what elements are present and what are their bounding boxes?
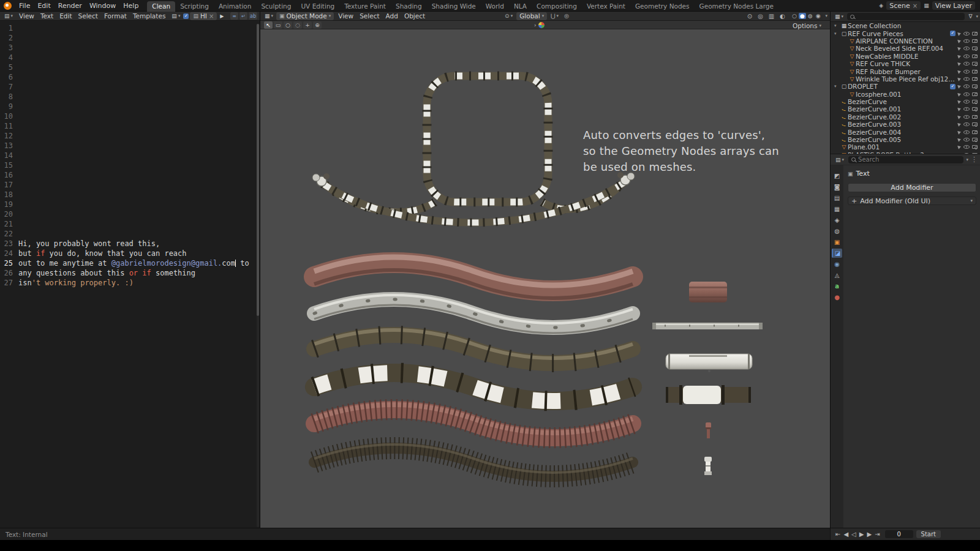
workspace-tab-clean[interactable]: Clean (147, 1, 175, 12)
code-line-14[interactable]: 14 (0, 151, 256, 160)
code-line-13[interactable]: 13 (0, 141, 256, 151)
outliner-row-beziercurve-001[interactable]: BezierCurve.001 (831, 105, 980, 113)
outliner-row-scene-collection[interactable]: ▾▦Scene Collection (831, 22, 980, 29)
workspace-tab-nla[interactable]: NLA (509, 1, 532, 12)
code-line-27[interactable]: 27isn't working properly. :) (0, 278, 256, 288)
jump-to-end-button[interactable]: ⇥ (873, 531, 881, 538)
transform-pivot-icon[interactable]: ⊙▾ (503, 12, 514, 20)
hide-viewport-icon[interactable] (963, 92, 970, 96)
outliner-row-wrinkle-tube-piece-ref-obj123-00[interactable]: ▽Wrinkle Tube Piece Ref obj123.00 (831, 75, 980, 83)
hide-viewport-icon[interactable] (963, 100, 970, 103)
scene-selector[interactable]: Scene × (886, 1, 921, 10)
hide-viewport-icon[interactable] (963, 54, 970, 58)
scene-browse-icon[interactable]: ◈ (879, 2, 883, 9)
hide-viewport-icon[interactable] (963, 70, 970, 73)
outliner-search[interactable] (847, 13, 965, 20)
view-layer-browse-icon[interactable]: ▦ (924, 2, 929, 9)
code-line-19[interactable]: 19 (0, 200, 256, 209)
piece-metal-rail[interactable] (652, 323, 763, 329)
properties-search-input[interactable] (858, 156, 960, 163)
disable-render-icon[interactable] (972, 54, 978, 58)
snap-magnet-icon[interactable]: ⋃▾ (549, 12, 560, 20)
properties-tab-scene[interactable]: ◈ (832, 216, 842, 225)
code-line-18[interactable]: 18 (0, 190, 256, 200)
cursor-tool-icon[interactable]: + (303, 21, 312, 29)
properties-options-icon[interactable]: ▾ (966, 157, 968, 162)
selectable-icon[interactable] (957, 114, 962, 119)
hide-viewport-icon[interactable] (963, 84, 970, 88)
editor-type-button[interactable]: ▤▾ (834, 156, 846, 163)
workspace-tab-texture-paint[interactable]: Texture Paint (339, 1, 391, 12)
menu-window[interactable]: Window (86, 2, 119, 10)
frame-start-field[interactable]: Start (916, 530, 941, 538)
disable-render-icon[interactable] (972, 77, 978, 81)
piece-segmented-tube[interactable] (666, 385, 751, 405)
solid-shading-icon[interactable]: ● (799, 13, 806, 19)
material-preview-shading-icon[interactable]: ◍ (807, 13, 814, 19)
selectable-icon[interactable] (957, 77, 962, 81)
cable-white-segmented[interactable] (314, 373, 633, 401)
selectable-icon[interactable] (957, 137, 962, 141)
expand-icon[interactable]: ▾ (834, 31, 840, 36)
selectable-icon[interactable] (957, 92, 962, 96)
hide-viewport-icon[interactable] (963, 39, 970, 43)
outliner-row-icosphere-001[interactable]: ▽Icosphere.001 (831, 91, 980, 98)
xray-toggle-icon[interactable]: ◐ (778, 12, 787, 20)
viewport-3d[interactable]: ▦▾ ▣ Object Mode ▾ ViewSelectAddObject ⊙… (260, 12, 830, 528)
code-area[interactable]: 1234567891011121314151617181920212223Hi,… (0, 23, 256, 528)
outliner-row-newcables-middle[interactable]: ▽NewCables MIDDLE (831, 53, 980, 60)
scene-unlink-icon[interactable]: × (913, 2, 918, 9)
header-more-icon[interactable]: ▾ (825, 13, 827, 18)
workspace-tab-shading-wide[interactable]: Shading Wide (427, 1, 481, 12)
workspace-tab-vertex-paint[interactable]: Vertex Paint (582, 1, 630, 12)
workspace-tab-animation[interactable]: Animation (214, 1, 257, 12)
play-forward-button[interactable]: ▶ (858, 531, 865, 538)
selectable-icon[interactable] (957, 39, 962, 43)
jump-to-prev-keyframe-button[interactable]: ◀ (842, 531, 850, 538)
select-circle-tool-icon[interactable]: ○ (284, 21, 292, 29)
collection-checkbox[interactable]: ✓ (950, 31, 956, 36)
text-menu-edit[interactable]: Edit (56, 12, 75, 20)
code-line-26[interactable]: 26any questions about this or if somethi… (0, 268, 256, 278)
hide-viewport-icon[interactable] (963, 115, 970, 119)
properties-tab-constraints[interactable]: ◬ (832, 271, 842, 280)
text-datablock-field[interactable]: ▤ HI × (190, 12, 217, 20)
outliner-row-beziercurve-005[interactable]: BezierCurve.005 (831, 136, 980, 143)
code-line-4[interactable]: 4 (0, 53, 256, 62)
orientation-select[interactable]: Global ▾ (516, 12, 547, 20)
code-line-25[interactable]: 25out to me anytime at @gabrielmorodesig… (0, 258, 256, 268)
disable-render-icon[interactable] (972, 130, 978, 134)
disable-render-icon[interactable] (972, 32, 978, 36)
outliner-row-ref-rubber-bumper[interactable]: ▽REF Rubber Bumper (831, 67, 980, 75)
code-line-11[interactable]: 11 (0, 121, 256, 131)
blender-logo-icon[interactable] (4, 2, 12, 10)
proportional-edit-icon[interactable]: ◎ (562, 12, 571, 20)
line-numbers-toggle-icon[interactable]: ≡ (230, 12, 238, 20)
editor-type-button[interactable]: ▤▾ (2, 12, 15, 20)
outliner-row-beziercurve[interactable]: BezierCurve (831, 98, 980, 105)
workspace-tab-geometry-nodes[interactable]: Geometry Nodes (630, 1, 695, 12)
header-expand-widget[interactable]: › (534, 22, 545, 28)
select-box-tool-icon[interactable]: ▭ (274, 21, 282, 29)
outliner-search-input[interactable] (857, 13, 962, 20)
hide-viewport-icon[interactable] (963, 47, 970, 50)
code-line-22[interactable]: 22 (0, 229, 256, 239)
hide-viewport-icon[interactable] (963, 107, 970, 111)
hide-viewport-icon[interactable] (963, 32, 970, 36)
expand-icon[interactable]: ▾ (834, 84, 840, 89)
selectable-icon[interactable] (957, 47, 962, 51)
piece-small-brown[interactable] (706, 422, 711, 438)
add-modifier-old-button[interactable]: + Add Modifier (Old UI) ▾ (848, 197, 976, 205)
viewport-menu-view[interactable]: View (335, 12, 356, 20)
selectable-icon[interactable] (957, 107, 962, 111)
outliner-row-plane-001[interactable]: ▽Plane.001 (831, 143, 980, 151)
workspace-tab-uv-editing[interactable]: UV Editing (296, 1, 339, 12)
text-menu-text[interactable]: Text (37, 12, 56, 20)
workspace-tab-world[interactable]: World (481, 1, 509, 12)
code-line-24[interactable]: 24but if you do, know that you can reach (0, 249, 256, 258)
hide-viewport-icon[interactable] (963, 77, 970, 81)
selectable-icon[interactable] (957, 145, 962, 149)
select-lasso-tool-icon[interactable]: ◌ (293, 21, 302, 29)
options-dropdown[interactable]: Options ▾ (793, 22, 821, 29)
properties-tab-tool[interactable]: ◩ (832, 171, 842, 181)
